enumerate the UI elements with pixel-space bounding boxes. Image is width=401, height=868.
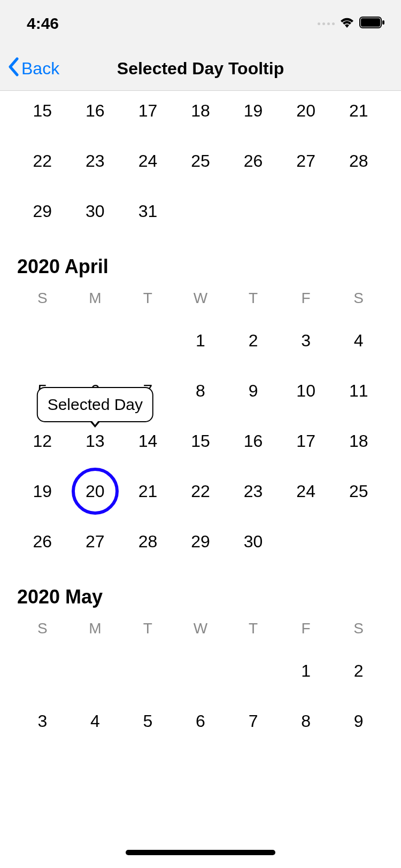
day-cell[interactable]: 28 [121, 516, 174, 567]
day-number: 27 [296, 151, 315, 171]
day-cell[interactable]: 1 [174, 315, 227, 366]
day-cell[interactable]: 27 [69, 516, 122, 567]
day-cell[interactable]: 18 [332, 416, 385, 466]
day-cell[interactable]: 22 [16, 136, 69, 186]
day-number: 13 [86, 431, 105, 451]
day-cell[interactable]: 1 [280, 646, 333, 696]
day-cell[interactable]: 21 [332, 86, 385, 136]
day-cell[interactable]: 20 [69, 466, 122, 516]
day-number: 20 [296, 101, 315, 121]
day-number: 4 [90, 711, 100, 731]
weekday-label: M [69, 290, 122, 307]
month-header: 2020 May [16, 586, 385, 608]
day-cell-empty [69, 315, 122, 366]
day-number: 4 [354, 331, 364, 351]
day-cell[interactable]: 17 [121, 86, 174, 136]
day-cell[interactable]: 8 [174, 366, 227, 416]
day-cell[interactable]: 2 [227, 315, 280, 366]
day-number: 22 [191, 482, 210, 501]
day-cell[interactable]: 5 [121, 696, 174, 746]
selected-day-tooltip: Selected Day [37, 387, 153, 422]
day-cell[interactable]: 16 [227, 416, 280, 466]
day-number: 5 [143, 711, 153, 731]
month-may: 2020 May SMTWTFS 123456789 [0, 586, 401, 746]
day-cell[interactable]: 7 [227, 696, 280, 746]
day-cell[interactable]: 8 [280, 696, 333, 746]
day-number: 21 [349, 101, 368, 121]
svg-rect-1 [361, 18, 380, 27]
day-cell[interactable]: 4 [69, 696, 122, 746]
calendar-scroll[interactable]: 1516171819202122232425262728293031 2020 … [0, 86, 401, 863]
day-cell[interactable]: 23 [69, 136, 122, 186]
day-cell-empty [280, 516, 333, 567]
day-cell[interactable]: 20 [280, 86, 333, 136]
back-button[interactable]: Back [0, 57, 59, 81]
day-cell[interactable]: 15 [174, 416, 227, 466]
day-cell-empty [332, 516, 385, 567]
day-cell[interactable]: 4 [332, 315, 385, 366]
day-cell[interactable]: 9 [332, 696, 385, 746]
day-cell[interactable]: 19 [16, 466, 69, 516]
day-cell[interactable]: 24 [121, 136, 174, 186]
day-cell[interactable]: 3 [280, 315, 333, 366]
day-number: 2 [354, 661, 364, 681]
day-number: 18 [349, 431, 368, 451]
day-cell[interactable]: 6 [174, 696, 227, 746]
day-cell[interactable]: 23 [227, 466, 280, 516]
day-number: 29 [191, 532, 210, 552]
day-cell[interactable]: 30 [69, 186, 122, 236]
status-bar: 4:46 [0, 0, 401, 47]
home-indicator [126, 850, 275, 855]
weekday-label: S [16, 290, 69, 307]
day-cell[interactable]: 29 [174, 516, 227, 567]
day-cell[interactable]: 14 [121, 416, 174, 466]
day-cell[interactable]: 25 [174, 136, 227, 186]
day-number: 6 [196, 711, 205, 731]
day-cell[interactable]: 26 [227, 136, 280, 186]
day-cell-empty [69, 646, 122, 696]
day-cell[interactable]: 26 [16, 516, 69, 567]
day-cell[interactable]: 13Selected Day [69, 416, 122, 466]
day-cell-empty [280, 186, 333, 236]
day-cell[interactable]: 27 [280, 136, 333, 186]
day-number: 3 [37, 711, 47, 731]
weekday-label: W [174, 290, 227, 307]
month-header: 2020 April [16, 255, 385, 278]
svg-rect-2 [382, 20, 384, 25]
day-cell[interactable]: 30 [227, 516, 280, 567]
day-cell[interactable]: 29 [16, 186, 69, 236]
day-cell[interactable]: 25 [332, 466, 385, 516]
day-number: 18 [191, 101, 210, 121]
day-cell[interactable]: 31 [121, 186, 174, 236]
battery-icon [359, 16, 385, 31]
day-cell[interactable]: 17 [280, 416, 333, 466]
day-number: 15 [33, 101, 52, 121]
day-cell[interactable]: 18 [174, 86, 227, 136]
day-cell[interactable]: 21 [121, 466, 174, 516]
day-cell-empty [332, 186, 385, 236]
day-cell[interactable]: 19 [227, 86, 280, 136]
month-april: 2020 April SMTWTFS 12345678910111213Sele… [0, 255, 401, 567]
days-grid: 12345678910111213Selected Day14151617181… [16, 315, 385, 567]
day-number: 1 [301, 661, 311, 681]
day-number: 21 [138, 482, 158, 501]
day-number: 26 [33, 532, 52, 552]
day-cell-empty [174, 646, 227, 696]
day-cell[interactable]: 15 [16, 86, 69, 136]
day-cell[interactable]: 2 [332, 646, 385, 696]
day-number: 10 [296, 381, 315, 401]
day-cell[interactable]: 11 [332, 366, 385, 416]
day-cell[interactable]: 9 [227, 366, 280, 416]
day-number: 19 [244, 101, 263, 121]
weekday-label: T [227, 620, 280, 637]
weekday-label: T [121, 290, 174, 307]
chevron-left-icon [7, 57, 19, 81]
day-cell[interactable]: 28 [332, 136, 385, 186]
day-cell[interactable]: 16 [69, 86, 122, 136]
day-cell[interactable]: 24 [280, 466, 333, 516]
day-cell[interactable]: 12 [16, 416, 69, 466]
day-cell[interactable]: 22 [174, 466, 227, 516]
day-cell-empty [174, 186, 227, 236]
day-cell[interactable]: 10 [280, 366, 333, 416]
day-cell[interactable]: 3 [16, 696, 69, 746]
